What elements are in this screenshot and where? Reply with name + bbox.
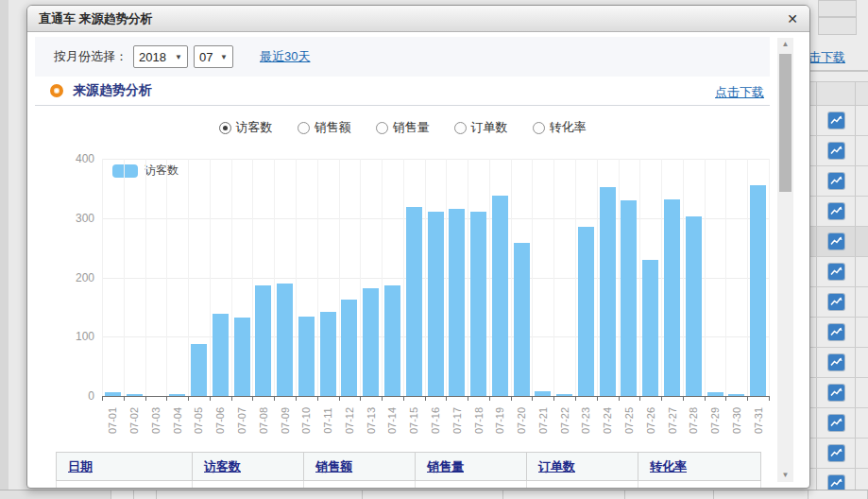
- bar-07-29[interactable]: [707, 392, 723, 396]
- bg-bottom-cell: [503, 490, 625, 499]
- v-gridline: [725, 159, 726, 396]
- dialog-titlebar[interactable]: 直通车 来源趋势分析 ✕: [27, 6, 809, 32]
- line-chart-icon[interactable]: [828, 143, 844, 159]
- x-axis-label: 07-22: [559, 407, 570, 434]
- bar-07-05[interactable]: [191, 344, 207, 396]
- dialog-scrollbar[interactable]: ▲ ▼: [777, 38, 793, 482]
- bar-07-09[interactable]: [277, 284, 293, 396]
- line-chart-icon[interactable]: [828, 203, 844, 219]
- x-axis-tick: [511, 397, 512, 401]
- x-axis-label: 07-10: [300, 407, 312, 434]
- x-axis-label: 07-17: [451, 407, 463, 434]
- divider: [808, 70, 868, 72]
- close-icon[interactable]: ✕: [787, 12, 798, 26]
- v-gridline: [274, 159, 275, 396]
- bar-07-21[interactable]: [535, 391, 551, 396]
- x-axis-label: 07-26: [645, 407, 656, 434]
- x-axis-label: 07-24: [602, 407, 613, 434]
- x-axis-tick: [188, 397, 189, 401]
- x-axis-label: 07-31: [753, 407, 764, 434]
- bar-07-15[interactable]: [406, 207, 422, 396]
- column-sort-link[interactable]: 日期: [68, 458, 93, 475]
- bg-bottom-cell: [363, 490, 503, 499]
- bar-07-25[interactable]: [621, 200, 637, 396]
- x-axis-tick: [575, 397, 576, 401]
- bg-table-row: [808, 378, 868, 408]
- bar-07-13[interactable]: [363, 288, 379, 396]
- bar-07-31[interactable]: [750, 185, 766, 396]
- dialog-title: 直通车 来源趋势分析: [39, 10, 153, 27]
- x-axis-label: 07-05: [193, 407, 204, 434]
- x-axis-label: 07-03: [150, 407, 162, 434]
- bg-table-row: [808, 408, 868, 439]
- bar-07-22[interactable]: [556, 394, 572, 396]
- bar-07-18[interactable]: [470, 212, 486, 396]
- bar-07-04[interactable]: [169, 394, 185, 396]
- bar-07-27[interactable]: [664, 199, 680, 396]
- line-chart-icon[interactable]: [828, 233, 844, 250]
- bg-bottom-cell: [808, 490, 868, 499]
- bg-bottom-cell: [0, 490, 111, 499]
- x-axis-label: 07-28: [688, 407, 699, 434]
- column-sort-link[interactable]: 转化率: [650, 458, 687, 475]
- line-chart-icon[interactable]: [828, 294, 844, 310]
- v-gridline: [210, 159, 211, 396]
- bar-07-06[interactable]: [213, 314, 229, 396]
- x-axis-label: 07-04: [172, 407, 183, 434]
- x-axis-tick: [296, 397, 297, 401]
- bg-table-row: [808, 136, 868, 166]
- v-gridline: [102, 159, 103, 396]
- x-axis-label: 07-23: [580, 407, 591, 434]
- x-axis-tick: [661, 397, 662, 401]
- v-gridline: [296, 159, 297, 396]
- scroll-up-icon[interactable]: ▲: [777, 38, 793, 51]
- bar-07-14[interactable]: [384, 285, 400, 396]
- line-chart-icon[interactable]: [828, 112, 844, 129]
- x-axis-tick: [725, 397, 726, 401]
- x-axis-tick: [124, 397, 125, 401]
- legend-swatch: [112, 164, 138, 178]
- line-chart-icon[interactable]: [828, 354, 844, 370]
- line-chart-icon[interactable]: [828, 324, 844, 340]
- v-gridline: [511, 159, 512, 396]
- scrollbar-thumb[interactable]: [779, 54, 791, 192]
- line-chart-icon[interactable]: [828, 173, 844, 189]
- column-sort-link[interactable]: 访客数: [204, 458, 241, 475]
- bar-07-17[interactable]: [449, 209, 465, 396]
- table-cell: [526, 481, 638, 488]
- bar-07-19[interactable]: [492, 196, 508, 396]
- table-cell: [638, 481, 761, 488]
- bar-07-23[interactable]: [578, 227, 594, 396]
- v-gridline: [339, 159, 340, 396]
- y-axis-tick-label: 200: [60, 271, 94, 284]
- column-sort-link[interactable]: 销售额: [315, 458, 352, 475]
- line-chart-icon[interactable]: [828, 385, 844, 401]
- bar-07-16[interactable]: [428, 212, 444, 396]
- bar-07-30[interactable]: [728, 394, 744, 396]
- bar-07-11[interactable]: [320, 312, 336, 396]
- bar-07-08[interactable]: [255, 285, 271, 396]
- bar-07-01[interactable]: [105, 392, 121, 396]
- x-axis-tick: [532, 397, 533, 401]
- bar-07-12[interactable]: [341, 300, 357, 396]
- bg-table-row: [808, 318, 868, 348]
- bar-07-10[interactable]: [298, 317, 315, 396]
- column-sort-link[interactable]: 订单数: [538, 458, 575, 475]
- v-gridline: [468, 159, 468, 396]
- bar-07-02[interactable]: [127, 394, 143, 396]
- scroll-down-icon[interactable]: ▼: [777, 469, 793, 482]
- bg-table-row: [808, 197, 868, 227]
- bar-07-20[interactable]: [514, 243, 530, 396]
- table-header-订单数: 订单数: [526, 452, 638, 481]
- column-sort-link[interactable]: 销售量: [427, 458, 464, 475]
- background-page-right: 点击下载: [808, 0, 868, 490]
- bar-07-24[interactable]: [600, 187, 616, 396]
- bar-07-28[interactable]: [686, 216, 702, 396]
- bg-table-row: [808, 166, 868, 197]
- line-chart-icon[interactable]: [828, 445, 844, 461]
- line-chart-icon[interactable]: [828, 264, 844, 280]
- bar-07-26[interactable]: [642, 260, 658, 396]
- line-chart-icon[interactable]: [828, 415, 844, 431]
- bg-cell: [818, 0, 857, 17]
- bar-07-07[interactable]: [234, 318, 250, 396]
